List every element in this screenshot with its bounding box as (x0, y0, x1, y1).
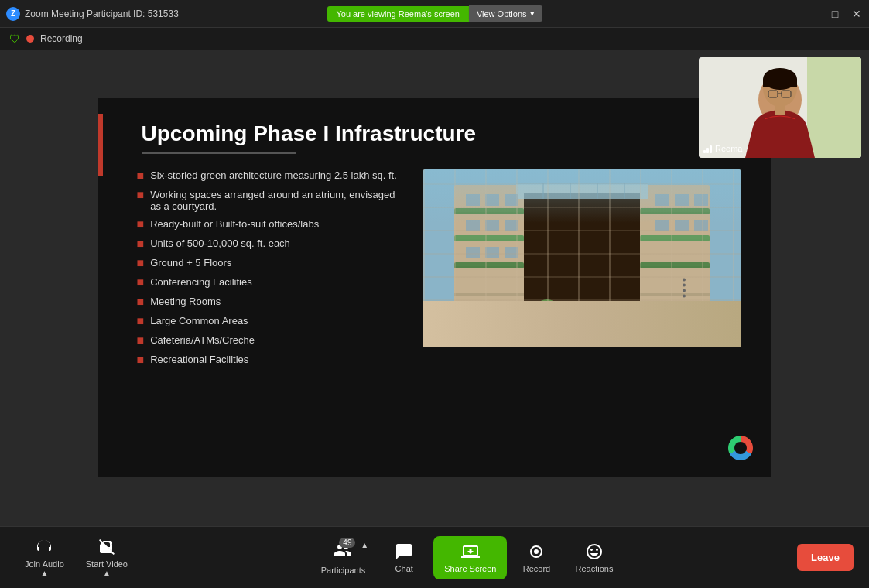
svg-rect-32 (454, 262, 524, 268)
svg-rect-6 (524, 193, 640, 309)
svg-rect-28 (454, 208, 524, 214)
svg-rect-53 (775, 105, 785, 115)
svg-point-38 (600, 304, 634, 332)
recording-bar: 🛡 Recording ⊞ View (0, 28, 869, 50)
zoom-logo-icon: Z (6, 7, 20, 21)
maximize-button[interactable]: □ (829, 8, 841, 20)
slide-divider (142, 152, 296, 154)
slide-body: ■Six-storied green architecture measurin… (137, 169, 741, 454)
svg-rect-31 (640, 235, 710, 241)
bullet-dot: ■ (137, 237, 145, 251)
bullet-item: ■Recreational Facilities (137, 354, 408, 367)
record-label: Record (523, 564, 550, 573)
join-audio-arrow[interactable]: ▲ (39, 569, 50, 577)
svg-rect-13 (466, 194, 480, 206)
svg-rect-17 (485, 220, 499, 231)
join-audio-button[interactable]: Join Audio ▲ (15, 533, 74, 582)
start-video-label: Start Video (86, 559, 128, 569)
participants-button[interactable]: 49 Participants ▲ (312, 536, 375, 579)
svg-point-55 (534, 549, 539, 554)
screen-share-banner: You are viewing Reema's screen View Opti… (327, 5, 542, 22)
title-text: Zoom Meeting Participant ID: 531533 (25, 9, 179, 19)
svg-rect-24 (694, 194, 708, 206)
svg-point-36 (532, 299, 563, 333)
participants-label: Participants (321, 566, 365, 575)
video-off-icon (98, 538, 116, 556)
audio-video-group: Join Audio ▲ Start Video ▲ (15, 533, 137, 582)
chat-button[interactable]: Chat (381, 538, 427, 578)
start-video-button[interactable]: Start Video ▲ (77, 533, 137, 582)
slide-accent (98, 114, 103, 176)
participant-name: Reema (715, 144, 742, 153)
svg-rect-41 (685, 328, 688, 344)
svg-rect-3 (454, 239, 710, 241)
bullet-item: ■Ready-built or Built-to-suit offices/la… (137, 218, 408, 231)
svg-rect-25 (655, 220, 669, 231)
start-video-arrow[interactable]: ▲ (101, 569, 112, 577)
bullet-item: ■Meeting Rooms (137, 296, 408, 309)
window-controls: — □ ✕ (807, 8, 863, 20)
bullet-item: ■Working spaces arranged around an atriu… (137, 189, 408, 212)
svg-rect-39 (615, 328, 618, 344)
video-name-badge: Reema (703, 144, 742, 153)
record-icon (527, 542, 546, 561)
close-button[interactable]: ✕ (850, 8, 863, 20)
svg-rect-15 (505, 194, 518, 206)
main-area: Upcoming Phase I Infrastructure ■Six-sto… (0, 50, 869, 526)
record-button[interactable]: Record (513, 538, 559, 578)
title-bar: Z Zoom Meeting Participant ID: 531533 Yo… (0, 0, 869, 28)
svg-rect-1 (454, 185, 710, 340)
building-image (423, 169, 741, 347)
shield-icon: 🛡 (9, 32, 20, 45)
bullet-item: ■Units of 500-10,000 sq. ft. each (137, 238, 408, 251)
svg-rect-45 (807, 57, 861, 158)
svg-rect-20 (485, 247, 499, 258)
minimize-button[interactable]: — (807, 8, 819, 20)
bullet-item: ■Conferencing Facilities (137, 276, 408, 289)
svg-rect-37 (546, 328, 549, 344)
bullet-item: ■Large Common Areas (137, 315, 408, 328)
bullet-dot: ■ (137, 169, 145, 183)
toolbar: Join Audio ▲ Start Video ▲ 49 (0, 526, 869, 588)
viewing-badge: You are viewing Reema's screen (327, 6, 468, 22)
svg-rect-5 (454, 293, 710, 296)
svg-rect-21 (505, 247, 518, 258)
recording-text: Recording (40, 33, 83, 44)
svg-point-40 (671, 306, 702, 334)
bullet-item: ■Cafeteria/ATMs/Creche (137, 334, 408, 347)
bullet-dot: ■ (137, 353, 145, 367)
bullet-item: ■Six-storied green architecture measurin… (137, 169, 408, 183)
svg-rect-49 (763, 79, 797, 87)
svg-rect-26 (675, 220, 689, 231)
participants-icon-wrapper: 49 (334, 541, 352, 562)
participants-arrow[interactable]: ▲ (359, 541, 370, 549)
reactions-label: Reactions (575, 564, 613, 573)
svg-rect-19 (466, 247, 480, 258)
leave-button[interactable]: Leave (797, 544, 854, 571)
bullet-dot: ■ (137, 256, 145, 270)
participants-count: 49 (339, 538, 355, 548)
svg-rect-22 (655, 194, 669, 206)
slide-container: Upcoming Phase I Infrastructure ■Six-sto… (98, 98, 771, 477)
bullet-item: ■Ground + 5 Floors (137, 257, 408, 270)
view-options-button[interactable]: View Options ▾ (469, 5, 542, 22)
svg-rect-27 (694, 220, 708, 231)
headphone-icon (35, 538, 53, 556)
reactions-button[interactable]: Reactions (566, 538, 622, 578)
svg-rect-30 (454, 235, 524, 241)
slide-logo (728, 436, 759, 467)
slide-content: Upcoming Phase I Infrastructure ■Six-sto… (98, 98, 771, 477)
svg-rect-14 (485, 194, 499, 206)
join-audio-label: Join Audio (25, 559, 64, 569)
share-screen-button[interactable]: Share Screen (433, 536, 507, 579)
svg-rect-35 (484, 328, 487, 344)
svg-rect-16 (466, 220, 480, 231)
bullet-dot: ■ (137, 314, 145, 328)
slide-title: Upcoming Phase I Infrastructure (142, 121, 741, 146)
resize-handle[interactable] (679, 272, 689, 304)
video-background (699, 57, 861, 158)
reactions-icon (585, 542, 604, 561)
svg-rect-23 (675, 194, 689, 206)
svg-rect-43 (539, 301, 624, 332)
bullet-list: ■Six-storied green architecture measurin… (137, 169, 408, 454)
